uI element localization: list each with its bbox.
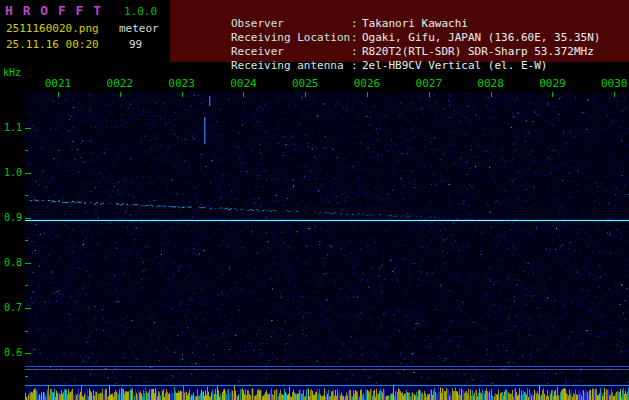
hrofft-window: H R O F F T 1.0.0 2511160020.png meteor … bbox=[0, 0, 629, 400]
freq-axis-unit: kHz bbox=[3, 67, 21, 78]
station-info-label: Observer bbox=[231, 17, 351, 30]
freq-tick-label: 0.6 bbox=[2, 347, 22, 358]
freq-tick-label: 0.7 bbox=[2, 302, 22, 313]
station-info-colon: : bbox=[351, 59, 362, 72]
station-info-label: Receiving Location bbox=[231, 31, 351, 44]
capture-datetime: 25.11.16 00:20 bbox=[6, 38, 99, 51]
station-info-colon: : bbox=[351, 17, 362, 30]
echo-count: 99 bbox=[129, 38, 142, 51]
capture-filename: 2511160020.png bbox=[6, 22, 99, 35]
station-info-row: Observer:Takanori Kawachi bbox=[178, 4, 629, 18]
station-info-value: R820T2(RTL-SDR) SDR-Sharp 53.372MHz bbox=[362, 45, 594, 58]
time-tick-label: 0022 bbox=[105, 77, 135, 90]
station-info-value: 2el-HB9CV Vertical (el. E-W) bbox=[362, 59, 547, 72]
station-info-value: Takanori Kawachi bbox=[362, 17, 468, 30]
spectrogram-canvas bbox=[25, 92, 629, 400]
station-info-colon: : bbox=[351, 45, 362, 58]
time-tick-label: 0023 bbox=[167, 77, 197, 90]
station-info-value: Ogaki, Gifu, JAPAN (136.60E, 35.35N) bbox=[362, 31, 600, 44]
time-tick-label: 0025 bbox=[290, 77, 320, 90]
station-info-colon: : bbox=[351, 31, 362, 44]
time-tick-label: 0027 bbox=[414, 77, 444, 90]
time-tick-label: 0021 bbox=[43, 77, 73, 90]
freq-tick-label: 0.8 bbox=[2, 257, 22, 268]
time-tick-label: 0026 bbox=[352, 77, 382, 90]
station-info-label: Receiver bbox=[231, 45, 351, 58]
time-tick-label: 0024 bbox=[228, 77, 258, 90]
app-version: 1.0.0 bbox=[124, 5, 157, 18]
time-tick-label: 0028 bbox=[476, 77, 506, 90]
freq-tick-label: 1.1 bbox=[2, 122, 22, 133]
freq-tick-label: 0.9 bbox=[2, 212, 22, 223]
time-tick-label: 0030 bbox=[599, 77, 629, 90]
time-tick-label: 0029 bbox=[537, 77, 567, 90]
app-title: H R O F F T bbox=[5, 3, 102, 18]
freq-tick-label: 1.0 bbox=[2, 167, 22, 178]
station-info-label: Receiving antenna bbox=[231, 59, 351, 72]
observation-mode-label: meteor bbox=[119, 22, 159, 35]
station-info-panel: Observer:Takanori Kawachi Receiving Loca… bbox=[170, 0, 629, 62]
